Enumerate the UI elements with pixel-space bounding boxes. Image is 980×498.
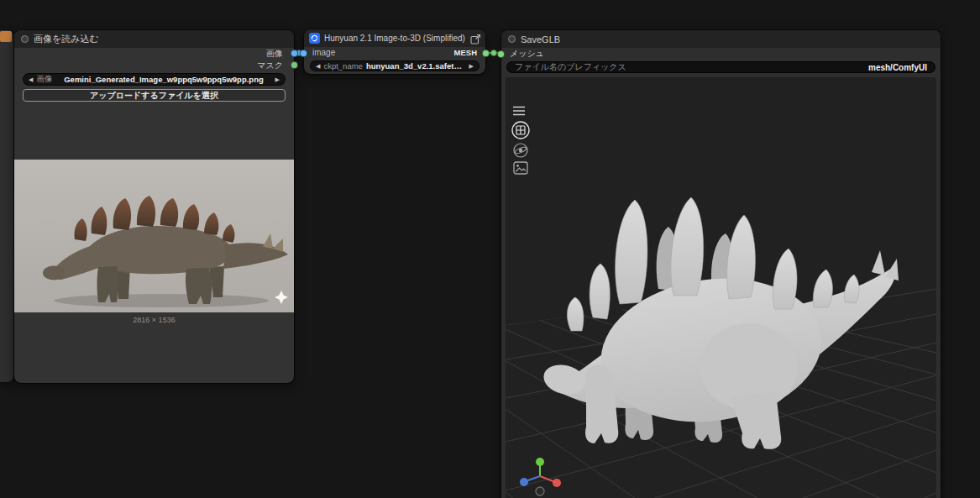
node-header[interactable]: Hunyuan 2.1 Image-to-3D (Simplified) [304,29,485,47]
axis-y-negative [536,487,544,495]
hunyuan-logo-icon [309,33,320,44]
input-slot-mesh[interactable] [497,50,505,58]
stegosaurus-photo [14,160,294,312]
output-slot-mask[interactable] [291,61,298,69]
combo-name: 画像 [36,74,52,85]
widget-name: ファイル名のプレフィックス [515,61,626,73]
3d-scene [506,77,936,498]
ckpt-name-combo[interactable]: ◀ ckpt_name hunyuan_3d_v2.1.safetensors … [310,60,480,71]
output-slot-mesh[interactable] [482,50,490,57]
input-slot-image[interactable] [300,50,307,57]
node-status-dot [21,35,29,43]
node-title: SaveGLB [521,34,560,45]
axis-x-positive [553,479,561,487]
node-save-glb[interactable]: SaveGLB メッシュ ファイル名のプレフィックス mesh/ComfyUI [501,30,941,498]
combo-prev-icon[interactable]: ◀ [29,76,33,83]
node-title: Hunyuan 2.1 Image-to-3D (Simplified) [324,34,465,43]
viewport-menu-icon[interactable] [512,106,526,118]
combo-value: hunyuan_3d_v2.1.safetensors [366,61,466,71]
combo-prev-icon[interactable]: ◀ [316,63,320,70]
combo-next-icon[interactable]: ▶ [469,63,474,70]
grid-view-icon[interactable] [511,121,530,142]
node-status-dot [508,35,516,43]
image-filename-combo[interactable]: ◀ 画像 Gemini_Generated_Image_w9ppq5w9ppq5… [23,73,286,86]
expand-node-icon[interactable] [470,33,481,44]
node-load-image[interactable]: 画像を読み込む 画像 マスク ◀ 画像 Gemini_Generated_Ima… [14,30,294,383]
snapshot-image-icon[interactable] [513,161,528,177]
output-label-mesh: MESH [454,48,477,58]
combo-value: Gemini_Generated_Image_w9ppq5w9ppq5w9pp.… [55,75,271,84]
output-slot-image[interactable] [291,50,298,57]
output-label-image: 画像 [266,49,283,59]
combo-next-icon[interactable]: ▶ [275,76,280,83]
axis-y-positive [536,458,544,466]
image-preview[interactable] [14,160,294,312]
node-header[interactable]: 画像を読み込む [14,30,294,48]
upload-file-button[interactable]: アップロードするファイルを選択 [23,89,286,102]
output-label-mask: マスク [257,60,283,71]
stegosaurus-3d-model [541,197,899,449]
combo-name: ckpt_name [323,61,362,71]
input-label-mesh: メッシュ [510,49,544,59]
3d-viewport[interactable] [506,77,936,498]
partial-node-thumbnail [0,31,12,42]
input-label-image: image [312,48,335,58]
axis-gizmo[interactable] [515,451,565,498]
widget-value: mesh/ComfyUI [868,63,927,72]
axis-z-positive [520,478,528,486]
node-title: 画像を読み込む [34,33,99,45]
link-mesh-midpoint[interactable] [490,50,497,56]
node-header[interactable]: SaveGLB [501,30,941,48]
image-dimensions: 2816 × 1536 [14,316,294,324]
orbit-icon[interactable] [513,143,528,160]
node-canvas[interactable]: 画像を読み込む 画像 マスク ◀ 画像 Gemini_Generated_Ima… [0,0,980,498]
partial-node[interactable] [0,30,13,382]
node-hunyuan-image-to-3d[interactable]: Hunyuan 2.1 Image-to-3D (Simplified) ima… [304,29,485,74]
filename-prefix-widget[interactable]: ファイル名のプレフィックス mesh/ComfyUI [506,61,935,73]
